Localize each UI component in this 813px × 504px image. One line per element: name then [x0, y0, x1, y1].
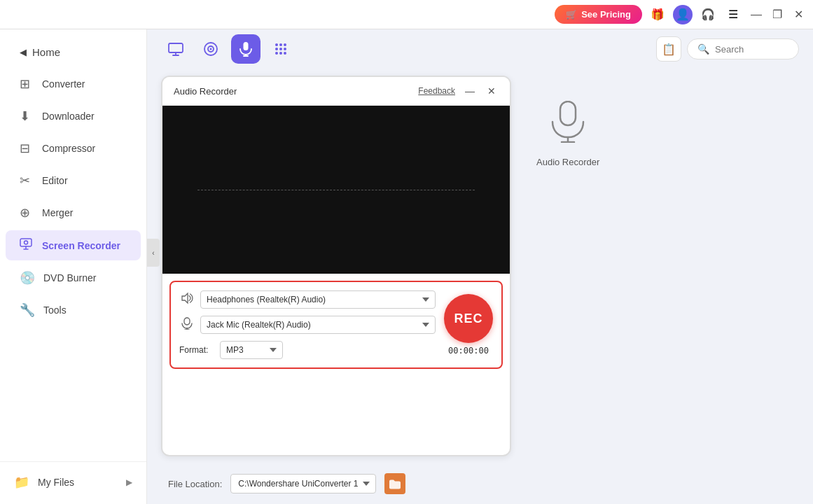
- downloader-label: Downloader: [42, 111, 95, 122]
- audio-input-select[interactable]: Headphones (Realtek(R) Audio) Speakers D…: [200, 290, 436, 309]
- sidebar-item-compressor[interactable]: ⊟ Compressor: [6, 134, 141, 163]
- svg-marker-18: [182, 293, 188, 303]
- dvd-burner-icon: 💿: [20, 270, 35, 286]
- format-select[interactable]: MP3 AAC WAV FLAC OGG: [220, 341, 283, 359]
- top-toolbar: 📋 🔍: [147, 29, 813, 69]
- recorder-panel: Audio Recorder Feedback — ✕: [161, 76, 511, 456]
- user-icon[interactable]: 👤: [673, 5, 693, 24]
- audio-recorder-card-icon: [549, 101, 587, 151]
- sidebar-item-tools[interactable]: 🔧 Tools: [6, 295, 141, 325]
- sidebar-item-merger[interactable]: ⊕ Merger: [6, 198, 141, 227]
- see-pricing-button[interactable]: 🛒 See Pricing: [555, 5, 642, 24]
- svg-rect-2: [169, 43, 183, 52]
- sidebar-item-converter[interactable]: ⊞ Converter: [6, 69, 141, 99]
- audio-input-row: Headphones (Realtek(R) Audio) Speakers D…: [179, 290, 436, 309]
- svg-point-14: [284, 48, 286, 50]
- menu-icon[interactable]: ☰: [723, 5, 743, 24]
- audio-tool-button[interactable]: [231, 34, 260, 64]
- my-files-label: My Files: [38, 477, 74, 488]
- controls-left: Headphones (Realtek(R) Audio) Speakers D…: [179, 290, 436, 359]
- browse-folder-button[interactable]: [384, 473, 405, 494]
- my-files-arrow: ▶: [126, 477, 132, 487]
- svg-point-16: [279, 52, 282, 55]
- recorder-header: Audio Recorder Feedback — ✕: [162, 77, 510, 106]
- svg-rect-0: [20, 239, 32, 246]
- rec-button[interactable]: REC: [444, 294, 493, 343]
- svg-point-12: [275, 48, 278, 50]
- main-layout: ◀ Home ⊞ Converter ⬇ Downloader ⊟ Compre…: [0, 29, 813, 504]
- dashed-line: [197, 190, 475, 190]
- close-button[interactable]: ✕: [791, 7, 806, 22]
- recorder-header-right: Feedback — ✕: [418, 84, 499, 98]
- svg-rect-22: [560, 102, 576, 125]
- compressor-label: Compressor: [42, 143, 95, 154]
- audio-rec-card[interactable]: Audio Recorder: [525, 90, 611, 178]
- mic-input-select[interactable]: Jack Mic (Realtek(R) Audio) Default Micr…: [200, 316, 436, 334]
- toolbar-right: 📋 🔍: [656, 36, 799, 62]
- timer-display: 00:00:00: [448, 346, 489, 356]
- gift-icon[interactable]: 🎁: [648, 5, 667, 24]
- search-box: 🔍: [687, 38, 799, 59]
- svg-point-5: [210, 48, 212, 50]
- close-panel-button[interactable]: ✕: [485, 84, 499, 98]
- converter-label: Converter: [42, 78, 85, 90]
- svg-rect-19: [184, 318, 190, 325]
- minimize-panel-button[interactable]: —: [462, 84, 478, 98]
- file-location-bar: File Location: C:\Wondershare UniConvert…: [147, 463, 813, 504]
- file-location-label: File Location:: [168, 479, 222, 489]
- back-icon: ◀: [20, 47, 27, 57]
- controls-panel: Headphones (Realtek(R) Audio) Speakers D…: [169, 281, 503, 369]
- svg-point-15: [275, 52, 278, 55]
- collapse-sidebar-area: ‹: [147, 253, 160, 281]
- svg-point-10: [279, 43, 282, 46]
- sidebar-item-screen-recorder[interactable]: Screen Recorder: [6, 230, 141, 260]
- svg-point-1: [25, 241, 28, 244]
- sidebar-bottom: 📁 My Files ▶: [0, 461, 146, 497]
- merger-icon: ⊕: [20, 205, 34, 220]
- sidebar: ◀ Home ⊞ Converter ⬇ Downloader ⊟ Compre…: [0, 29, 147, 504]
- screen-recorder-icon: [20, 237, 34, 253]
- feedback-link[interactable]: Feedback: [418, 86, 455, 96]
- my-files-icon: 📁: [14, 475, 29, 490]
- cart-icon: 🛒: [566, 9, 577, 20]
- tools-icon: 🔧: [20, 302, 35, 318]
- mic-input-icon: [179, 317, 195, 332]
- sidebar-item-downloader[interactable]: ⬇ Downloader: [6, 102, 141, 131]
- minimize-button[interactable]: —: [749, 7, 764, 22]
- tools-label: Tools: [43, 304, 67, 316]
- maximize-button[interactable]: ❐: [770, 7, 785, 22]
- sidebar-item-home[interactable]: ◀ Home: [6, 38, 141, 66]
- sidebar-item-dvd-burner[interactable]: 💿 DVD Burner: [6, 263, 141, 293]
- webcam-tool-button[interactable]: [196, 34, 225, 64]
- search-icon: 🔍: [697, 43, 709, 55]
- content-area: 📋 🔍 Audio Recorder Feedback — ✕: [147, 29, 813, 504]
- sidebar-item-editor[interactable]: ✂ Editor: [6, 166, 141, 195]
- format-label: Format:: [179, 345, 214, 355]
- editor-label: Editor: [42, 175, 68, 186]
- downloader-icon: ⬇: [20, 108, 34, 124]
- svg-point-17: [284, 52, 286, 55]
- screen-tool-button[interactable]: [161, 34, 190, 64]
- see-pricing-label: See Pricing: [581, 9, 631, 20]
- dvd-burner-label: DVD Burner: [43, 272, 96, 284]
- controls-right: REC 00:00:00: [444, 294, 493, 356]
- svg-point-9: [275, 43, 278, 46]
- schedule-tool-button[interactable]: [266, 34, 296, 64]
- collapse-sidebar-button[interactable]: ‹: [147, 239, 160, 267]
- video-preview: [162, 106, 510, 274]
- sidebar-item-my-files[interactable]: 📁 My Files ▶: [0, 468, 146, 497]
- title-bar: 🛒 See Pricing 🎁 👤 🎧 ☰ — ❐ ✕: [0, 0, 813, 29]
- main-content: Audio Recorder Feedback — ✕: [147, 69, 813, 463]
- merger-label: Merger: [42, 207, 73, 218]
- svg-point-13: [279, 48, 282, 50]
- clipboard-button[interactable]: 📋: [656, 36, 681, 62]
- svg-rect-6: [244, 42, 249, 50]
- file-location-select[interactable]: C:\Wondershare UniConverter 1: [230, 474, 376, 493]
- audio-recorder-card-label: Audio Recorder: [536, 157, 599, 167]
- search-input[interactable]: [715, 44, 788, 55]
- headset-icon[interactable]: 🎧: [698, 5, 718, 24]
- recorder-title: Audio Recorder: [174, 86, 237, 97]
- svg-point-11: [284, 43, 286, 46]
- screen-recorder-label: Screen Recorder: [42, 240, 120, 251]
- editor-icon: ✂: [20, 173, 34, 188]
